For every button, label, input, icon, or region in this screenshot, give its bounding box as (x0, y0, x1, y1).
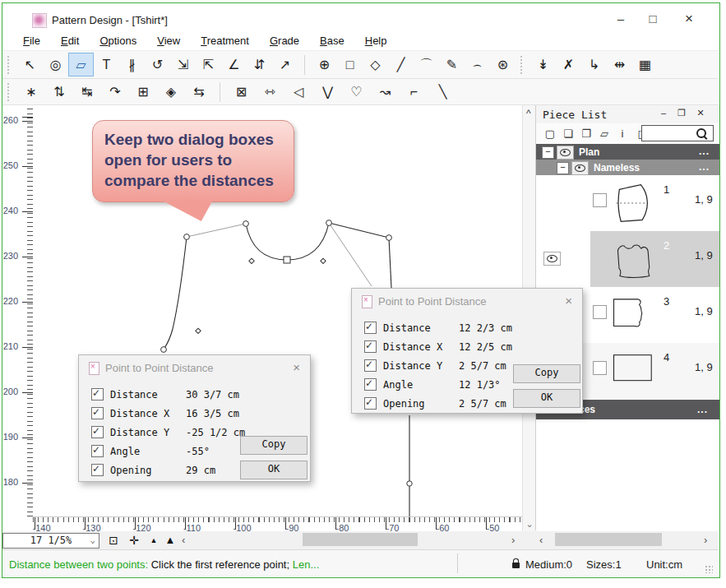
copy-button[interactable]: Copy (513, 364, 580, 383)
menu-item[interactable]: Treatment (193, 33, 257, 49)
checkbox[interactable] (91, 426, 104, 438)
menu-item[interactable]: View (150, 33, 187, 49)
piece-search-box[interactable] (641, 125, 714, 141)
copy-piece-icon[interactable]: ❏ (559, 127, 577, 140)
menu-item[interactable]: Base (312, 33, 352, 49)
checkbox[interactable] (364, 359, 377, 372)
line-tool-icon[interactable]: ╱ (388, 53, 414, 76)
delete-point-tool-icon[interactable]: ✗ (556, 53, 581, 76)
split-point-tool-icon[interactable]: ⇹ (607, 53, 632, 76)
dialog-close-icon[interactable]: × (293, 360, 300, 374)
symmetry-tool-icon[interactable]: ⇆ (185, 80, 213, 104)
visibility-toggle[interactable] (557, 146, 574, 160)
move-point-group-tool-icon[interactable]: ⊞ (129, 80, 157, 104)
panel-float-button[interactable]: ❐ (674, 108, 689, 118)
menu-item[interactable]: Options (92, 33, 144, 49)
rectangle-tool-icon[interactable]: □ (337, 53, 363, 76)
zoom-out-preview-icon[interactable]: ▲ (145, 533, 163, 548)
bend-curve-tool-icon[interactable]: ↷ (101, 80, 129, 104)
menu-item[interactable]: Help (358, 33, 395, 49)
toolbar-grip[interactable] (520, 56, 527, 74)
tree-row-nameless[interactable]: − Nameless ... (536, 160, 719, 175)
pleat-tool-icon[interactable]: ⇅ (45, 80, 73, 104)
nameless-more-button[interactable]: ... (699, 161, 710, 173)
dialog-close-icon[interactable]: × (565, 294, 572, 308)
rotate-tool-icon[interactable]: ↺ (145, 53, 170, 76)
canvas-horizontal-scrollbar[interactable] (192, 533, 509, 546)
toolbar-grip[interactable] (7, 56, 14, 74)
plan-more-button[interactable]: ... (699, 146, 710, 157)
angle-line-tool-icon[interactable]: ╲ (428, 80, 457, 104)
measure-distance-tool-icon[interactable]: ▱ (68, 53, 94, 76)
smooth-curve-tool-icon[interactable]: ∗ (17, 80, 45, 104)
crossed-box-tool-icon[interactable]: ⊠ (227, 80, 256, 104)
polygon-tool-icon[interactable]: ◇ (363, 53, 388, 76)
tree-expander-icon[interactable]: − (557, 162, 569, 174)
move-x-tool-icon[interactable]: ⇲ (170, 53, 196, 76)
select-pieces-icon[interactable]: ▢ (541, 127, 559, 140)
select-tool-icon[interactable]: ↖ (17, 53, 43, 76)
piece-row-1[interactable]: 1 1, 9 (536, 175, 719, 231)
checkbox[interactable] (91, 445, 104, 457)
corner-measure-tool-icon[interactable]: ⌐ (400, 80, 428, 104)
visibility-toggle[interactable] (571, 161, 589, 175)
scrollbar-thumb[interactable] (555, 533, 662, 546)
frame-select-icon[interactable]: ⊡ (104, 533, 123, 548)
dart-tool-icon[interactable]: ◈ (157, 80, 185, 104)
piece-checkbox[interactable] (593, 305, 607, 319)
copy-button[interactable]: Copy (240, 436, 308, 455)
width-measure-tool-icon[interactable]: ⇿ (256, 80, 284, 104)
checkbox[interactable] (364, 322, 377, 334)
panel-minimize-button[interactable]: – (656, 108, 671, 118)
close-button[interactable]: × (677, 10, 701, 28)
tree-row-plan[interactable]: − Plan ... (536, 144, 719, 160)
ok-button[interactable]: OK (513, 389, 580, 408)
piece-row-2-selected[interactable]: 2 1, 9 (536, 231, 719, 287)
dialog-title-bar[interactable]: Point to Point Distance × (79, 355, 310, 380)
canvas-scroll-right-icon[interactable]: › (511, 534, 515, 546)
move-y-tool-icon[interactable]: ⇱ (196, 53, 221, 76)
panel-collapse-icon[interactable]: ^ (526, 108, 531, 119)
fit-view-icon[interactable]: ✛ (125, 533, 143, 548)
resize-grip[interactable] (705, 565, 713, 573)
corner-point-tool-icon[interactable]: ↳ (581, 53, 607, 76)
menu-item[interactable]: Grade (262, 33, 307, 49)
spread-tool-icon[interactable]: ↝ (371, 80, 400, 104)
circle-point-tool-icon[interactable]: ⊕ (312, 53, 337, 76)
panel-horizontal-scrollbar[interactable] (550, 533, 701, 546)
arrow-points-tool-icon[interactable]: ↹ (73, 80, 101, 104)
checkbox[interactable] (364, 378, 377, 391)
piece-checkbox[interactable] (593, 193, 607, 207)
zoom-tool-icon[interactable]: ◎ (43, 53, 68, 76)
toolbar-grip[interactable] (7, 83, 14, 101)
taper-tool-icon[interactable]: ◁ (284, 80, 313, 104)
point-measure-tool-icon[interactable]: ⇵ (247, 53, 272, 76)
visibility-toggle[interactable] (543, 252, 561, 266)
menu-item[interactable]: File (16, 33, 48, 49)
checkbox[interactable] (364, 397, 377, 410)
dialog-title-bar[interactable]: Point to Point Distance × (352, 289, 582, 313)
panel-scroll-left-icon[interactable]: ‹ (539, 534, 543, 546)
ok-button[interactable]: OK (240, 461, 308, 479)
checkbox[interactable] (91, 407, 104, 419)
duplicate-piece-icon[interactable]: ❐ (577, 127, 595, 140)
pieces-more-button[interactable]: ... (697, 404, 708, 415)
angle-measure-tool-icon[interactable]: ∠ (221, 53, 247, 76)
concentric-circles-tool-icon[interactable]: ⊛ (490, 53, 516, 76)
maximize-button[interactable]: □ (640, 10, 665, 28)
piece-info-icon[interactable]: i (613, 127, 631, 140)
arc-tool-icon[interactable]: ⌢ (465, 53, 490, 76)
export-piece-icon[interactable]: ▱ (595, 127, 613, 140)
canvas-scroll-left-icon[interactable]: ‹ (182, 534, 185, 546)
checkbox[interactable] (364, 340, 377, 353)
tree-expander-icon[interactable]: − (542, 146, 554, 159)
fan-dart-tool-icon[interactable]: ⋁ (313, 80, 342, 104)
transform-box-tool-icon[interactable]: ▦ (632, 53, 658, 76)
checkbox[interactable] (91, 464, 104, 476)
text-tool-icon[interactable]: T (94, 53, 119, 76)
minimize-button[interactable]: – (608, 10, 633, 28)
curve-tool-icon[interactable]: ⌒ (414, 53, 439, 76)
cut-tool-icon[interactable]: ∦ (119, 53, 145, 76)
scrollbar-thumb[interactable] (303, 533, 418, 546)
checkbox[interactable] (91, 388, 104, 400)
